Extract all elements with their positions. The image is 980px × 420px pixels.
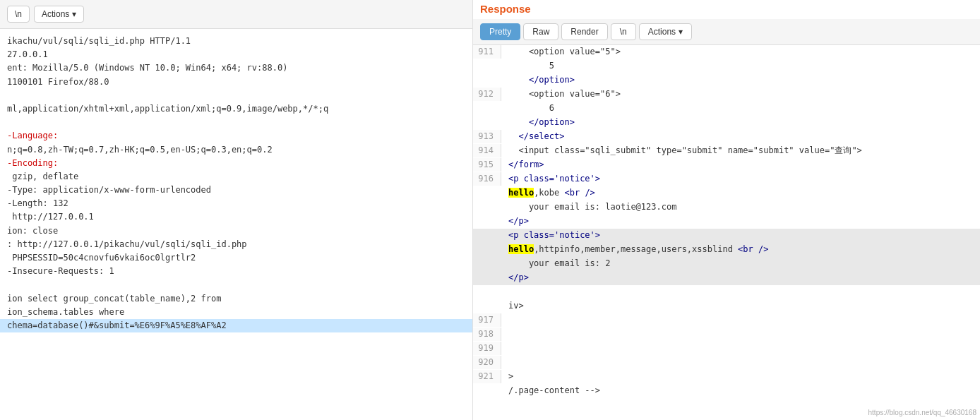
line-number: 921 [473, 370, 501, 383]
line-content: /.page-content --> [501, 384, 980, 397]
response-title: Response [480, 3, 973, 15]
code-line: </option> [473, 73, 980, 88]
code-view: 911 <option value="5"> 5 </option>912 <o… [473, 45, 980, 420]
left-toolbar: \n Actions ▾ [0, 0, 472, 29]
line-content: <input class="sqli_submit" type="submit"… [501, 144, 980, 157]
line-content: iv> [501, 299, 980, 313]
line-content: </p> [501, 271, 980, 284]
watermark: https://blog.csdn.net/qq_46630168 [868, 409, 976, 416]
code-line: 913 </select> [473, 130, 980, 144]
line-number: 918 [473, 328, 501, 341]
code-line: </p> [473, 215, 980, 229]
line-number: 920 [473, 356, 501, 369]
line-content: > [501, 370, 980, 383]
code-line: 912 <option value="6"> [473, 88, 980, 102]
code-line: 5 [473, 59, 980, 73]
highlighted-text: hello [508, 244, 534, 254]
left-content: ikachu/vul/sqli/sqli_id.php HTTP/1.1 27.… [0, 29, 472, 420]
line-number: 917 [473, 313, 501, 327]
code-line: /.page-content --> [473, 384, 980, 398]
line-content: hello,httpinfo,member,message,users,xssb… [501, 243, 980, 256]
line-content: <p class='notice'> [501, 172, 980, 186]
line-content: <option value="5"> [501, 45, 980, 59]
line-content: </form> [501, 158, 980, 172]
actions-label-left: Actions [42, 9, 69, 19]
code-line: 921> [473, 370, 980, 384]
line-content: your email is: laotie@123.com [501, 200, 980, 214]
code-line: </p> [473, 271, 980, 285]
line-number: 913 [473, 130, 501, 143]
code-line: 915</form> [473, 158, 980, 172]
actions-label-right: Actions [648, 27, 676, 37]
line-content: 6 [501, 102, 980, 115]
tag-text: <p class='notice'> [508, 230, 600, 240]
code-line: your email is: laotie@123.com [473, 200, 980, 215]
line-content: <option value="6"> [501, 88, 980, 101]
code-line: 916<p class='notice'> [473, 172, 980, 186]
line-content: </option> [501, 73, 980, 87]
line-content: </select> [501, 130, 980, 143]
code-line: 914 <input class="sqli_submit" type="sub… [473, 144, 980, 158]
line-content: </option> [501, 116, 980, 129]
actions-button-left[interactable]: Actions ▾ [34, 6, 84, 23]
tag-text: <br /> [738, 244, 768, 254]
newline-button-right[interactable]: \n [611, 23, 636, 40]
highlighted-text: hello [508, 188, 534, 198]
code-line: hello,kobe <br /> [473, 186, 980, 200]
line-number: 915 [473, 158, 501, 172]
actions-button-right[interactable]: Actions ▾ [639, 23, 692, 40]
render-tab[interactable]: Render [561, 23, 607, 40]
code-line: 911 <option value="5"> [473, 45, 980, 59]
line-content: <p class='notice'> [501, 229, 980, 242]
code-line: 920 [473, 356, 980, 370]
left-panel: \n Actions ▾ ikachu/vul/sqli/sqli_id.php… [0, 0, 473, 420]
line-number: 916 [473, 172, 501, 186]
code-line: 6 [473, 102, 980, 116]
line-content: your email is: 2 [501, 257, 980, 270]
code-line: 919 [473, 342, 980, 356]
line-number: 912 [473, 88, 501, 101]
code-line: hello,httpinfo,member,message,users,xssb… [473, 243, 980, 257]
line-number: 911 [473, 45, 501, 59]
right-header: Response [473, 0, 980, 19]
pretty-tab[interactable]: Pretty [480, 23, 520, 40]
line-number: 919 [473, 342, 501, 355]
line-content: </p> [501, 215, 980, 228]
line-content: 5 [501, 59, 980, 73]
code-line: <p class='notice'> [473, 229, 980, 243]
newline-button-left[interactable]: \n [7, 6, 30, 23]
code-line: your email is: 2 [473, 257, 980, 271]
code-line: 918 [473, 328, 980, 342]
code-line: </option> [473, 116, 980, 130]
code-line: 917 [473, 313, 980, 328]
raw-tab[interactable]: Raw [523, 23, 558, 40]
tag-text: <br /> [564, 188, 594, 198]
right-toolbar: Pretty Raw Render \n Actions ▾ [473, 19, 980, 45]
code-line [473, 285, 980, 299]
code-line: iv> [473, 299, 980, 313]
chevron-down-icon-left: ▾ [72, 9, 76, 19]
right-panel: Response Pretty Raw Render \n Actions ▾ … [473, 0, 980, 420]
chevron-down-icon-right: ▾ [679, 27, 683, 37]
line-number: 914 [473, 144, 501, 157]
line-content: hello,kobe <br /> [501, 186, 980, 200]
